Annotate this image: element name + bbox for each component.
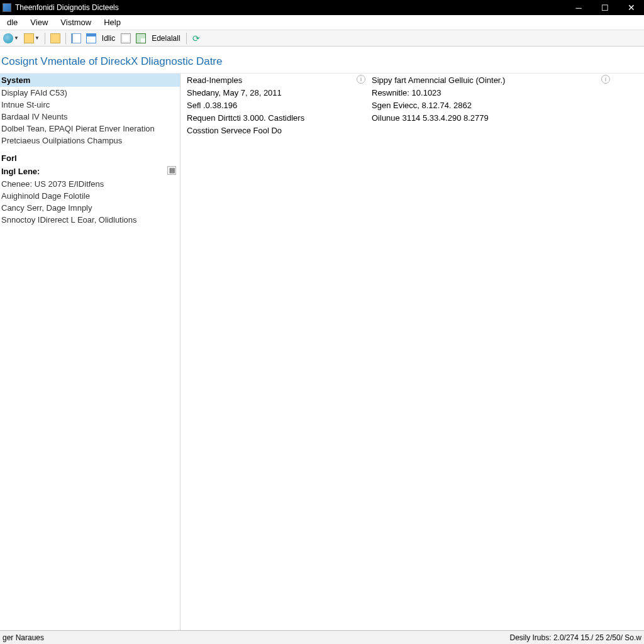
nav-item[interactable]: Bardaal IV Neunts bbox=[0, 111, 180, 123]
toolbar-separator bbox=[65, 33, 66, 44]
nav-group-system: System Display FAId C53) Intnue St-uirc … bbox=[0, 74, 180, 152]
expand-icon[interactable]: ▤ bbox=[167, 166, 176, 175]
nav-head-label: Ingl Lene: bbox=[1, 167, 40, 176]
close-button[interactable] bbox=[623, 3, 640, 13]
folder-icon bbox=[24, 33, 34, 43]
toolbar: ▼ ▼ Idlic Edelalall ⟳ bbox=[0, 30, 644, 47]
nav-item[interactable]: Cancy Serr, Dage Imnply bbox=[0, 202, 180, 214]
menu-view[interactable]: View bbox=[24, 16, 54, 28]
nav-item[interactable]: Pretciaeus Ouilpiations Champus bbox=[0, 135, 180, 147]
minimize-button[interactable] bbox=[570, 3, 587, 13]
detail-column-2: Sippy fart Amenncial Gelluic (Ointer.) R… bbox=[372, 75, 535, 123]
titlebar: Theenfonidi Dioignotis Dicteels bbox=[0, 0, 644, 15]
nav-group-forl: Forl Ingl Lene: ▤ Chenee: US 2073 E/IDit… bbox=[0, 152, 180, 231]
menu-file[interactable]: dle bbox=[1, 16, 24, 28]
details-pane: Read-Inemples Shedany, May 7, 28, 2011 S… bbox=[180, 74, 644, 630]
refresh-icon: ⟳ bbox=[192, 34, 200, 43]
detail-row: Sgen Eviecc, 8.12.74. 2862 bbox=[372, 100, 535, 111]
open-icon bbox=[50, 33, 60, 43]
detail-row: Shedany, May 7, 28, 2011 bbox=[187, 87, 350, 98]
tool-table[interactable] bbox=[134, 32, 148, 45]
detail-row: Read-Inemples bbox=[187, 75, 350, 86]
content-area: System Display FAId C53) Intnue St-uirc … bbox=[0, 73, 644, 630]
nav-item[interactable]: Snnoctoy IDirerect L Eoar, Olidlutions bbox=[0, 214, 180, 226]
nav-head-system[interactable]: System bbox=[0, 74, 180, 87]
maximize-button[interactable] bbox=[596, 3, 614, 13]
toolbar-label-edelalall[interactable]: Edelalall bbox=[149, 34, 182, 43]
tool-globe[interactable]: ▼ bbox=[1, 32, 21, 45]
app-icon bbox=[3, 3, 11, 12]
info-icon: i bbox=[601, 75, 610, 84]
sidebar: System Display FAId C53) Intnue St-uirc … bbox=[0, 74, 180, 630]
dropdown-icon: ▼ bbox=[14, 35, 19, 41]
nav-item[interactable]: Dolbel Tean, EPAQI Pierat Enver Ineratio… bbox=[0, 123, 180, 135]
tool-folder[interactable]: ▼ bbox=[22, 32, 42, 45]
menubar: dle View Vistmow Help bbox=[0, 15, 644, 30]
detail-row: Cosstion Servece Fool Do bbox=[187, 125, 350, 136]
window-icon bbox=[86, 33, 96, 43]
detail-column-1: Read-Inemples Shedany, May 7, 28, 2011 S… bbox=[187, 75, 350, 629]
menu-vistmow[interactable]: Vistmow bbox=[54, 16, 97, 28]
tool-refresh[interactable]: ⟳ bbox=[190, 32, 203, 45]
status-left: ger Naraues bbox=[3, 633, 44, 642]
nav-head-forl[interactable]: Forl bbox=[0, 152, 180, 165]
info-icon: i bbox=[357, 75, 365, 84]
tool-doc[interactable] bbox=[119, 32, 133, 45]
window-title: Theenfonidi Dioignotis Dicteels bbox=[15, 3, 570, 12]
doc-icon bbox=[121, 33, 131, 43]
nav-item[interactable]: Chenee: US 2073 E/IDitfens bbox=[0, 178, 180, 190]
detail-column-3-wrap: i bbox=[601, 75, 638, 629]
nav-head-ingllene[interactable]: Ingl Lene: ▤ bbox=[0, 165, 180, 178]
detail-row: Oilunue 3114 5.33.4.290 8.2779 bbox=[372, 113, 535, 123]
toolbar-separator bbox=[45, 33, 45, 44]
table-icon bbox=[136, 33, 146, 43]
page-title: Cosignt Vmentale of DireckX Dliagnostic … bbox=[0, 47, 644, 73]
nav-item[interactable]: Auighinold Dage Folotile bbox=[0, 190, 180, 202]
detail-row: Requen Dirttcti 3.000. Castidlers bbox=[187, 113, 350, 123]
menu-help[interactable]: Help bbox=[97, 16, 127, 28]
tool-window[interactable] bbox=[84, 32, 98, 45]
tool-open[interactable] bbox=[48, 32, 62, 45]
detail-column-2-wrap: i Sippy fart Amenncial Gelluic (Ointer.)… bbox=[357, 75, 535, 629]
nav-item[interactable]: Display FAId C53) bbox=[0, 87, 180, 99]
status-right: Desily Irubs: 2.0/274 15./ 25 2/50/ So.w bbox=[510, 633, 641, 642]
tool-page[interactable] bbox=[69, 32, 83, 45]
toolbar-label-idlic[interactable]: Idlic bbox=[99, 34, 118, 43]
detail-row: Sefl .0.38.196 bbox=[187, 100, 350, 111]
detail-heading: Sippy fart Amenncial Gelluic (Ointer.) bbox=[372, 75, 535, 86]
toolbar-separator bbox=[186, 33, 187, 44]
dropdown-icon: ▼ bbox=[35, 35, 40, 41]
globe-icon bbox=[3, 33, 13, 43]
page-icon bbox=[71, 33, 81, 43]
nav-item[interactable]: Intnue St-uirc bbox=[0, 99, 180, 111]
detail-row: Reswnitle: 10.1023 bbox=[372, 87, 535, 98]
window-controls bbox=[570, 3, 641, 13]
statusbar: ger Naraues Desily Irubs: 2.0/274 15./ 2… bbox=[0, 630, 644, 644]
